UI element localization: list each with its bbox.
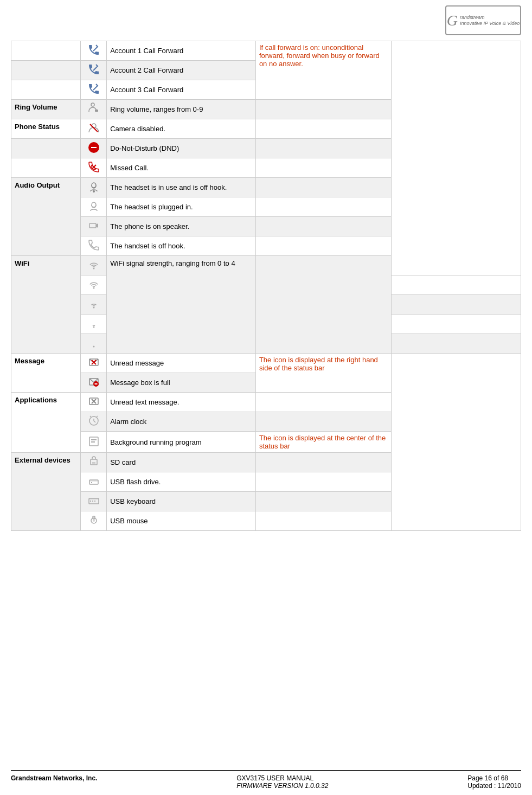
- description-cell: Message box is full: [107, 373, 256, 393]
- icon-cell: [81, 432, 107, 453]
- notes-cell: [255, 119, 391, 139]
- category-cell: Ring Volume: [11, 100, 81, 119]
- svg-point-16: [93, 346, 94, 348]
- manual-title: GXV3175 USER MANUAL: [236, 774, 328, 782]
- logo: G randstream Innovative IP Voice & Video: [445, 5, 521, 35]
- icon-cell: [81, 41, 107, 61]
- category-cell: [11, 80, 81, 100]
- svg-line-27: [90, 416, 91, 417]
- category-cell: Phone Status: [11, 119, 81, 139]
- category-cell: External devices: [11, 453, 81, 531]
- svg-point-14: [93, 307, 94, 309]
- table-row: USB flash drive.: [11, 472, 521, 492]
- svg-rect-39: [90, 501, 91, 502]
- footer-manual: GXV3175 USER MANUAL FIRMWARE VERSION 1.0…: [236, 774, 328, 790]
- description-cell: Alarm clock: [107, 412, 256, 432]
- svg-rect-4: [91, 147, 97, 148]
- icon-cell: [81, 139, 107, 158]
- icon-cell: [81, 295, 107, 315]
- table-row: Audio OutputThe headset is in use and is…: [11, 178, 521, 197]
- description-cell: Background running program: [107, 432, 256, 453]
- icon-cell: [81, 275, 107, 295]
- description-cell: The headset is in use and is off hook.: [107, 178, 256, 197]
- notes-cell: [255, 139, 391, 158]
- notes-cell: [255, 100, 391, 119]
- notes-cell: [255, 158, 391, 178]
- description-cell: Ring volume, ranges from 0-9: [107, 100, 256, 119]
- icon-cell: [81, 236, 107, 256]
- icon-cell: [81, 373, 107, 393]
- icon-cell: [81, 453, 107, 472]
- table-row: The headset is plugged in.: [11, 197, 521, 217]
- category-cell: [11, 61, 81, 80]
- icon-cell: [81, 178, 107, 197]
- notes-cell: The icon is displayed at the right hand …: [255, 354, 391, 393]
- table-row: Ring VolumeRing volume, ranges from 0-9: [11, 100, 521, 119]
- category-cell: Applications: [11, 393, 81, 453]
- svg-rect-41: [94, 501, 95, 502]
- svg-rect-33: [92, 462, 95, 464]
- table-row: USB keyboard: [11, 492, 521, 511]
- icon-cell: [81, 80, 107, 100]
- description-cell: Unread text message.: [107, 393, 256, 412]
- notes-cell: [255, 511, 391, 531]
- svg-rect-38: [89, 498, 99, 500]
- description-cell: Unread message: [107, 354, 256, 373]
- description-cell: USB mouse: [107, 511, 256, 531]
- svg-rect-0: [95, 110, 98, 112]
- notes-cell: [392, 295, 521, 315]
- description-cell: USB flash drive.: [107, 472, 256, 492]
- description-cell: Camera disabled.: [107, 119, 256, 139]
- svg-point-13: [93, 287, 94, 289]
- table-row: MessageUnread messageThe icon is display…: [11, 354, 521, 373]
- notes-cell: The icon is displayed at the center of t…: [255, 432, 391, 453]
- icon-cell: [81, 61, 107, 80]
- description-cell: Missed Call.: [107, 158, 256, 178]
- description-cell: Do-Not-Disturb (DND): [107, 139, 256, 158]
- footer-company: Grandstream Networks, Inc.: [11, 774, 97, 790]
- page-wrapper: G randstream Innovative IP Voice & Video…: [0, 0, 532, 795]
- table-row: The handset is off hook.: [11, 236, 521, 256]
- table-row: Account 1 Call ForwardIf call forward is…: [11, 41, 521, 61]
- description-cell: The headset is plugged in.: [107, 197, 256, 217]
- svg-rect-31: [91, 441, 95, 443]
- svg-rect-35: [89, 480, 98, 482]
- header: G randstream Innovative IP Voice & Video: [11, 5, 521, 35]
- category-cell: WiFi: [11, 256, 81, 354]
- table-row: USB mouse: [11, 511, 521, 531]
- table-row: ApplicationsUnread text message.: [11, 393, 521, 412]
- notes-cell: [255, 256, 391, 354]
- footer-page: Page 16 of 68 Updated : 11/2010: [467, 774, 521, 790]
- icon-cell: [81, 315, 107, 334]
- notes-cell: [255, 197, 391, 217]
- notes-cell: [392, 275, 521, 295]
- notes-cell: [255, 492, 391, 511]
- icon-cell: [81, 100, 107, 119]
- table-row: The phone is on speaker.: [11, 217, 521, 236]
- notes-cell: [255, 472, 391, 492]
- company-name: Grandstream Networks, Inc.: [11, 774, 97, 782]
- icon-cell: [81, 256, 107, 275]
- description-cell: Account 2 Call Forward: [107, 61, 256, 80]
- notes-cell: [255, 453, 391, 472]
- svg-rect-36: [91, 482, 92, 483]
- description-cell: WiFi signal strength, ranging from 0 to …: [107, 256, 256, 354]
- svg-rect-30: [91, 439, 97, 440]
- svg-point-12: [93, 268, 94, 270]
- icon-cell: [81, 511, 107, 531]
- icon-cell: [81, 119, 107, 139]
- table-row: External devicesSD card: [11, 453, 521, 472]
- notes-cell: If call forward is on: unconditional for…: [255, 41, 391, 100]
- svg-point-43: [93, 520, 95, 522]
- notes-cell: [255, 178, 391, 197]
- svg-rect-40: [92, 501, 93, 502]
- description-cell: Account 1 Call Forward: [107, 41, 256, 61]
- main-table: Account 1 Call ForwardIf call forward is…: [11, 41, 521, 531]
- description-cell: The handset is off hook.: [107, 236, 256, 256]
- table-row: Alarm clock: [11, 412, 521, 432]
- icon-cell: [81, 354, 107, 373]
- table-row: Missed Call.: [11, 158, 521, 178]
- table-row: Phone StatusCamera disabled.: [11, 119, 521, 139]
- firmware-version: FIRMWARE VERSION 1.0.0.32: [236, 782, 328, 790]
- description-cell: The phone is on speaker.: [107, 217, 256, 236]
